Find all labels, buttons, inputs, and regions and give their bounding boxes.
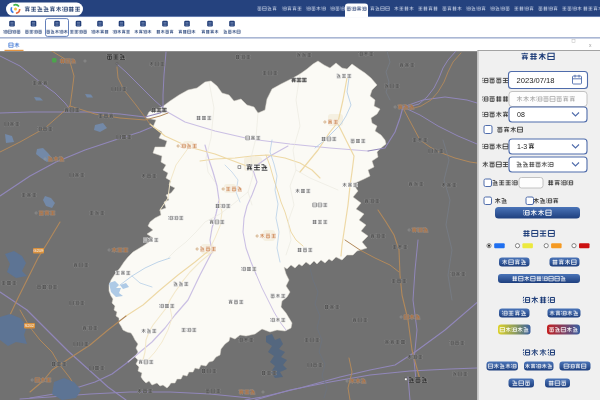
svg-text:G209: G209 [34,248,45,253]
svg-text:2023/07/18: 2023/07/18 [517,76,555,85]
svg-text:S202: S202 [25,323,35,328]
svg-text:1-3: 1-3 [517,143,527,150]
svg-text:08: 08 [517,111,525,118]
